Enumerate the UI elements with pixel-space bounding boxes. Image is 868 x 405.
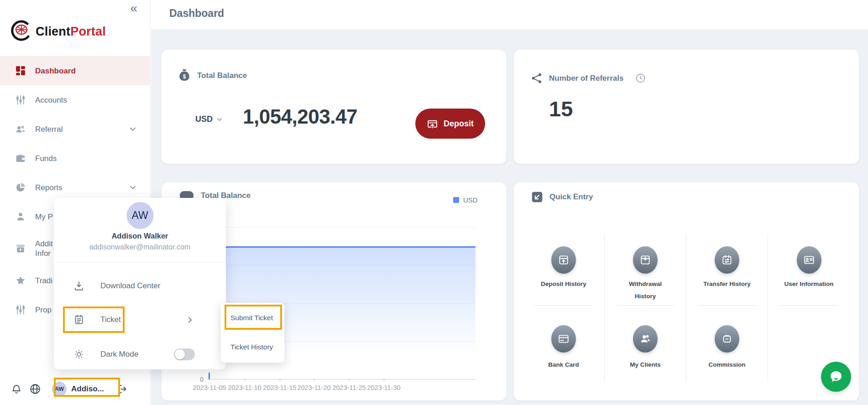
menu-item-label: Dark Mode bbox=[100, 350, 138, 359]
clock-icon[interactable] bbox=[635, 73, 646, 83]
withdrawal-history-icon bbox=[633, 246, 658, 274]
card-header: Number of Referrals bbox=[514, 50, 859, 84]
x-axis-label: 2023-11-30 bbox=[367, 384, 400, 391]
card-title: Total Balance bbox=[197, 71, 247, 80]
bell-icon[interactable] bbox=[11, 384, 22, 395]
quick-entry-bank-card[interactable]: Bank Card bbox=[523, 306, 605, 382]
deposit-card-icon bbox=[427, 119, 438, 129]
candlestick-icon bbox=[15, 304, 26, 315]
sidebar-item-label: Prop bbox=[35, 305, 52, 315]
quick-entry-transfer-history[interactable]: Transfer History bbox=[686, 234, 768, 306]
transfer-history-icon bbox=[715, 246, 739, 274]
sidebar-item-referral[interactable]: Referral bbox=[0, 114, 150, 144]
x-tick bbox=[280, 379, 280, 382]
sun-icon bbox=[73, 349, 85, 360]
share-icon bbox=[531, 73, 543, 84]
x-axis-label: 2023-11-15 bbox=[263, 384, 296, 391]
referrals-card: Number of Referrals 15 bbox=[514, 50, 859, 164]
bank-card-icon bbox=[551, 325, 576, 353]
logout-icon[interactable] bbox=[117, 384, 128, 395]
x-axis-label: 2023-11-25 bbox=[332, 384, 366, 391]
y-axis-zero-label: 0 bbox=[200, 376, 204, 383]
chart-legend[interactable]: USD bbox=[453, 196, 478, 204]
chevron-right-icon bbox=[186, 316, 194, 324]
avatar: AW bbox=[126, 202, 153, 229]
page-title: Dashboard bbox=[169, 7, 224, 20]
axis-origin-tick bbox=[209, 373, 210, 379]
sidebar-item-label: My P bbox=[35, 212, 53, 222]
deposit-history-icon bbox=[551, 246, 576, 274]
quick-entry-label: Bank Card bbox=[536, 358, 591, 371]
quick-entry-commission[interactable]: Commission bbox=[686, 306, 768, 382]
pie-chart-icon bbox=[15, 182, 26, 193]
quick-entry-grid: Deposit History Withdrawal History Trans… bbox=[523, 234, 850, 382]
sidebar-item-label: Reports bbox=[35, 183, 63, 192]
submenu-item-submit-ticket[interactable]: Submit Ticket bbox=[230, 314, 273, 322]
sidebar-item-label: AdditInfor bbox=[35, 239, 53, 258]
svg-text:$: $ bbox=[183, 73, 186, 80]
chevron-down-icon bbox=[129, 184, 136, 191]
brand-name: ClientPortal bbox=[36, 25, 106, 39]
menu-item-ticket[interactable]: Ticket bbox=[54, 309, 226, 331]
quick-entry-label: My Clients bbox=[617, 358, 673, 371]
chevron-down-icon bbox=[216, 116, 223, 123]
gridline bbox=[209, 227, 476, 228]
x-tick bbox=[349, 379, 350, 382]
sidebar-item-dashboard[interactable]: Dashboard bbox=[0, 56, 150, 85]
balance-amount: 1,054,203.47 bbox=[243, 105, 357, 128]
collapse-sidebar-button[interactable]: « bbox=[130, 1, 137, 16]
card-header: Quick Entry bbox=[514, 182, 859, 203]
user-menu-popup: AW Addison Walker addisonwalker@mailinat… bbox=[54, 198, 226, 369]
quick-entry-card: Quick Entry Deposit History Withdrawal H… bbox=[514, 182, 859, 400]
x-tick bbox=[314, 379, 314, 382]
avatar: AW bbox=[52, 382, 67, 396]
chat-bubble-icon bbox=[828, 369, 844, 384]
brand-logo[interactable]: ClientPortal bbox=[10, 19, 106, 44]
quick-entry-my-clients[interactable]: My Clients bbox=[605, 306, 686, 382]
deposit-label: Deposit bbox=[444, 119, 474, 129]
menu-item-dark-mode[interactable]: Dark Mode bbox=[54, 343, 226, 365]
menu-item-label: Ticket bbox=[100, 315, 121, 324]
quick-entry-user-information[interactable]: User Information bbox=[768, 234, 850, 306]
ticket-submenu: Submit Ticket Ticket History bbox=[221, 303, 284, 363]
deposit-button[interactable]: Deposit bbox=[415, 109, 485, 139]
quick-entry-icon bbox=[531, 191, 543, 203]
wallet-icon bbox=[15, 153, 26, 164]
divider bbox=[54, 262, 226, 263]
globe-icon[interactable] bbox=[29, 383, 41, 395]
card-title: Number of Referrals bbox=[549, 74, 623, 83]
quick-entry-withdrawal-history[interactable]: Withdrawal History bbox=[605, 234, 686, 306]
quick-entry-label: Transfer History bbox=[699, 278, 755, 290]
person-icon bbox=[15, 211, 26, 222]
submenu-item-ticket-history[interactable]: Ticket History bbox=[230, 343, 273, 351]
sidebar-item-label: Funds bbox=[35, 154, 57, 163]
x-axis-label: 2023-11-20 bbox=[297, 384, 330, 391]
sidebar-item-accounts[interactable]: Accounts bbox=[0, 85, 150, 114]
user-menu-trigger[interactable]: AW Addiso... bbox=[52, 382, 104, 396]
x-axis-label: 2023-11-10 bbox=[228, 384, 261, 391]
referrals-count: 15 bbox=[549, 96, 573, 121]
currency-value: USD bbox=[195, 114, 213, 124]
download-icon bbox=[73, 280, 85, 291]
menu-item-download-center[interactable]: Download Center bbox=[54, 275, 226, 297]
legend-label: USD bbox=[463, 196, 478, 204]
sidebar-item-funds[interactable]: Funds bbox=[0, 144, 150, 173]
legend-swatch-usd bbox=[453, 197, 459, 203]
quick-entry-label: Deposit History bbox=[536, 278, 591, 290]
quick-entry-label: Withdrawal History bbox=[617, 278, 673, 302]
my-clients-icon bbox=[633, 325, 658, 353]
total-balance-card: $ Total Balance USD 1,054,203.47 Deposit bbox=[162, 50, 506, 164]
money-bag-icon: $ bbox=[178, 68, 191, 83]
dashboard-icon bbox=[15, 65, 26, 76]
user-email: addisonwalker@mailinator.com bbox=[54, 243, 226, 251]
live-chat-button[interactable] bbox=[821, 362, 851, 392]
app-window: « ClientPortal Dashboard Accounts Referr… bbox=[0, 0, 868, 405]
sidebar-footer: AW Addiso... bbox=[0, 373, 150, 405]
quick-entry-deposit-history[interactable]: Deposit History bbox=[523, 234, 605, 306]
dark-mode-toggle[interactable] bbox=[174, 348, 195, 360]
user-information-icon bbox=[797, 246, 821, 274]
user-name-truncated: Addiso... bbox=[71, 384, 104, 394]
user-full-name: Addison Walker bbox=[54, 232, 226, 240]
currency-select[interactable]: USD bbox=[195, 114, 223, 124]
card-header: $ Total Balance bbox=[162, 50, 506, 83]
